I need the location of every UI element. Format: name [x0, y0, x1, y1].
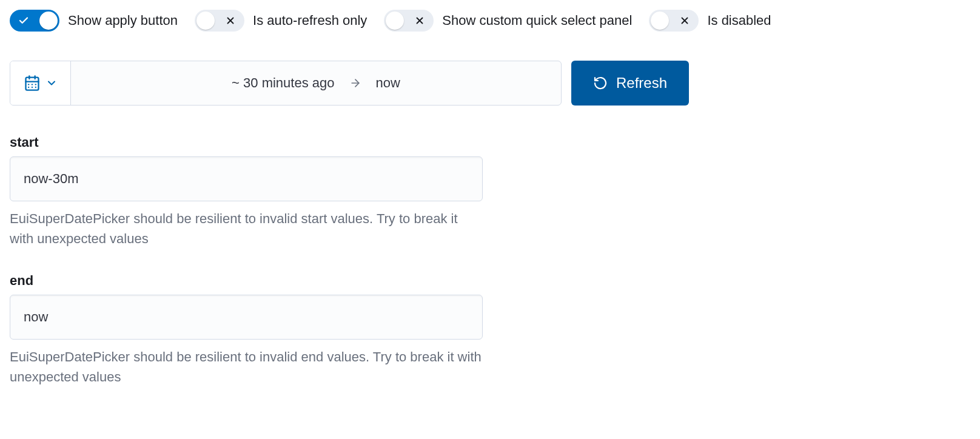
start-label: start: [10, 135, 483, 150]
end-input[interactable]: [10, 295, 483, 340]
quick-select-button[interactable]: [10, 61, 71, 105]
calendar-icon: [24, 75, 41, 92]
switch-show-apply[interactable]: [10, 10, 59, 32]
chevron-down-icon: [45, 77, 58, 89]
toggle-custom-quick-select: Show custom quick select panel: [384, 10, 632, 32]
refresh-label: Refresh: [616, 75, 667, 92]
end-label: end: [10, 273, 483, 289]
form-group-end: end EuiSuperDatePicker should be resilie…: [10, 273, 483, 387]
form-group-start: start EuiSuperDatePicker should be resil…: [10, 135, 483, 249]
toggle-label-is-disabled: Is disabled: [707, 13, 771, 28]
end-help-text: EuiSuperDatePicker should be resilient t…: [10, 347, 483, 387]
toggle-show-apply: Show apply button: [10, 10, 178, 32]
range-end-text: now: [376, 75, 400, 91]
toggle-row: Show apply button Is auto-refresh only S…: [10, 10, 970, 32]
check-icon: [18, 15, 29, 26]
range-start-text: ~ 30 minutes ago: [232, 75, 334, 91]
switch-auto-refresh-only[interactable]: [195, 10, 244, 32]
cross-icon: [679, 15, 690, 26]
date-picker-row: ~ 30 minutes ago now Refresh: [10, 61, 970, 106]
refresh-icon: [593, 76, 608, 90]
arrow-right-icon: [349, 77, 361, 89]
toggle-auto-refresh-only: Is auto-refresh only: [195, 10, 367, 32]
cross-icon: [414, 15, 425, 26]
switch-custom-quick-select[interactable]: [384, 10, 434, 32]
toggle-label-show-apply: Show apply button: [68, 13, 178, 28]
refresh-button[interactable]: Refresh: [571, 61, 689, 106]
toggle-label-custom-quick-select: Show custom quick select panel: [442, 13, 632, 28]
date-range-display[interactable]: ~ 30 minutes ago now: [71, 61, 561, 105]
start-input[interactable]: [10, 156, 483, 201]
toggle-is-disabled: Is disabled: [649, 10, 771, 32]
super-date-picker: ~ 30 minutes ago now: [10, 61, 562, 106]
toggle-label-auto-refresh-only: Is auto-refresh only: [253, 13, 367, 28]
start-help-text: EuiSuperDatePicker should be resilient t…: [10, 209, 483, 249]
cross-icon: [225, 15, 236, 26]
switch-is-disabled[interactable]: [649, 10, 699, 32]
